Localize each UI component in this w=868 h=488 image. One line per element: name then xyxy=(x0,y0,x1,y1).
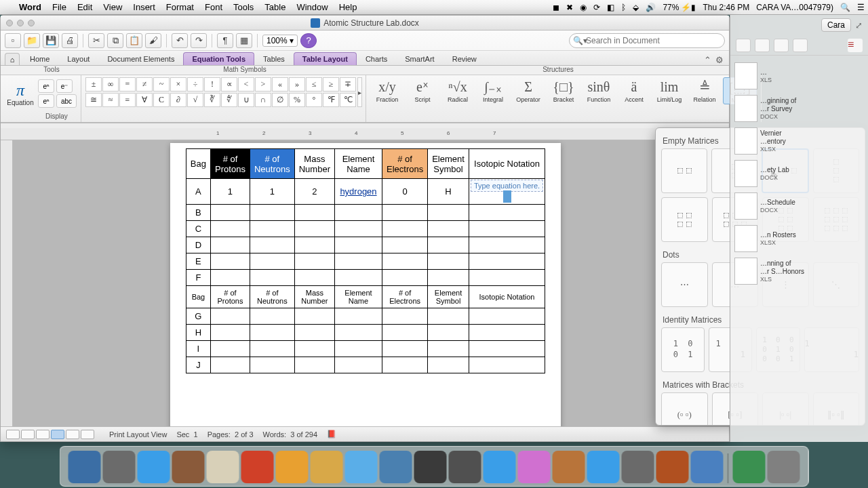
symbol-button[interactable]: % xyxy=(289,93,305,107)
cell[interactable] xyxy=(469,270,545,286)
cell-bag[interactable]: I xyxy=(186,341,210,357)
cell[interactable] xyxy=(382,237,427,253)
expand-icon[interactable]: ⤢ xyxy=(855,20,863,30)
volume-icon[interactable]: 🔊 xyxy=(642,3,659,12)
cell[interactable] xyxy=(334,357,382,373)
cell[interactable] xyxy=(382,325,427,341)
symbol-button[interactable]: ≅ xyxy=(85,93,102,107)
status-pages[interactable]: Pages: 2 of 3 xyxy=(208,430,254,439)
dock-app[interactable] xyxy=(68,451,101,483)
file-item[interactable]: …ginning of…r SurveyDOCX xyxy=(733,92,865,125)
symbols-more-icon[interactable]: ▸ xyxy=(357,77,362,107)
cell[interactable] xyxy=(294,325,334,341)
matrix-1x2[interactable] xyxy=(661,148,707,193)
symbol-button[interactable]: ℉ xyxy=(323,93,339,107)
cell[interactable] xyxy=(428,205,469,221)
symbol-button[interactable]: C xyxy=(153,93,170,107)
save-icon[interactable]: 💾 xyxy=(43,33,59,48)
cell[interactable] xyxy=(210,308,250,325)
user-menu[interactable]: CARA VA…0047979) xyxy=(753,3,837,12)
spotlight-icon[interactable]: 🔍 xyxy=(837,3,854,12)
new-doc-icon[interactable]: ▫ xyxy=(5,33,21,48)
cell[interactable] xyxy=(250,253,294,270)
cell[interactable] xyxy=(250,205,294,221)
sp-menu-icon[interactable]: ≡ xyxy=(848,39,863,52)
menulet-icon[interactable]: ◉ xyxy=(576,3,590,12)
equation-button[interactable]: π Equation xyxy=(5,81,36,106)
cell[interactable] xyxy=(428,253,469,270)
sp-icon[interactable] xyxy=(793,39,808,52)
notification-center-icon[interactable]: ☰ xyxy=(854,3,868,12)
menulet-icon[interactable]: ◼ xyxy=(549,3,563,12)
cell[interactable] xyxy=(334,205,382,221)
cell[interactable] xyxy=(382,357,427,373)
sp-icon[interactable] xyxy=(736,39,751,52)
zoom-button[interactable] xyxy=(28,20,35,26)
symbol-button[interactable]: ∞ xyxy=(102,77,119,92)
cell[interactable]: 0 xyxy=(382,179,427,205)
menu-format[interactable]: Format xyxy=(161,2,199,12)
tab-docelements[interactable]: Document Elements xyxy=(98,52,183,65)
cell[interactable] xyxy=(382,270,427,286)
ribbon-settings-icon[interactable]: ⚙ xyxy=(715,55,724,65)
cell[interactable] xyxy=(210,341,250,357)
symbol-button[interactable]: ∩ xyxy=(255,93,271,107)
cell[interactable] xyxy=(382,221,427,237)
cell-bag[interactable]: E xyxy=(186,253,210,270)
cell[interactable] xyxy=(294,341,334,357)
symbol-button[interactable]: ∂ xyxy=(170,93,186,107)
cell[interactable] xyxy=(428,341,469,357)
symbol-button[interactable]: » xyxy=(289,77,305,92)
symbol-button[interactable]: « xyxy=(272,77,288,92)
file-item[interactable]: …ScheduleDOCX xyxy=(733,190,865,222)
cell[interactable] xyxy=(294,221,334,237)
symbol-button[interactable]: ± xyxy=(85,77,102,92)
dock-app[interactable] xyxy=(518,451,551,483)
cell[interactable] xyxy=(294,237,334,253)
copy-icon[interactable]: ⧉ xyxy=(107,33,123,48)
cell[interactable] xyxy=(334,253,382,270)
symbol-button[interactable]: ∀ xyxy=(136,93,153,107)
open-icon[interactable]: 📁 xyxy=(24,33,40,48)
menu-insert[interactable]: Insert xyxy=(127,2,161,12)
matrix-2x2[interactable] xyxy=(661,197,708,242)
cell[interactable] xyxy=(250,237,294,253)
menulet-icon[interactable]: ✖ xyxy=(563,3,576,12)
dock-app[interactable] xyxy=(241,451,274,483)
dock-app[interactable] xyxy=(138,451,170,483)
cell[interactable] xyxy=(428,357,469,373)
cell[interactable]: 2 xyxy=(294,179,334,205)
file-item[interactable]: …n RostersXLSX xyxy=(733,222,865,255)
tab-tables[interactable]: Tables xyxy=(254,52,294,65)
cell[interactable] xyxy=(334,237,382,253)
cell[interactable] xyxy=(250,325,294,341)
cell[interactable] xyxy=(210,205,250,221)
user-button[interactable]: Cara xyxy=(821,18,851,32)
menu-edit[interactable]: Edit xyxy=(72,2,98,12)
show-all-icon[interactable]: ▦ xyxy=(236,33,252,48)
status-words[interactable]: Words: 3 of 294 xyxy=(263,430,318,439)
close-button[interactable] xyxy=(6,20,13,26)
cell[interactable] xyxy=(469,357,545,373)
cell[interactable] xyxy=(428,270,469,286)
cell[interactable] xyxy=(334,221,382,237)
cell-bag[interactable]: B xyxy=(186,205,210,221)
symbol-button[interactable]: ° xyxy=(306,93,322,107)
cell[interactable] xyxy=(469,325,545,341)
symbol-button[interactable]: ∝ xyxy=(221,77,237,92)
cell[interactable] xyxy=(428,325,469,341)
zoom-select[interactable]: 100% ▾ xyxy=(262,35,298,47)
cell[interactable] xyxy=(210,325,250,341)
menu-file[interactable]: File xyxy=(47,2,72,12)
struct-bracket[interactable]: {□}Bracket xyxy=(547,77,580,103)
cell[interactable] xyxy=(428,308,469,325)
home-tab-icon[interactable]: ⌂ xyxy=(5,53,20,65)
struct-operator[interactable]: ΣOperator xyxy=(511,77,545,103)
symbol-button[interactable]: ≠ xyxy=(136,77,153,92)
symbol-button[interactable]: ℃ xyxy=(340,93,356,107)
file-item[interactable]: …ety LabDOCX xyxy=(733,157,865,190)
dock-app[interactable] xyxy=(484,451,516,483)
symbol-button[interactable]: ∪ xyxy=(238,93,254,107)
normal-text-icon[interactable]: e⁻ xyxy=(56,79,73,93)
cell[interactable] xyxy=(469,308,545,325)
